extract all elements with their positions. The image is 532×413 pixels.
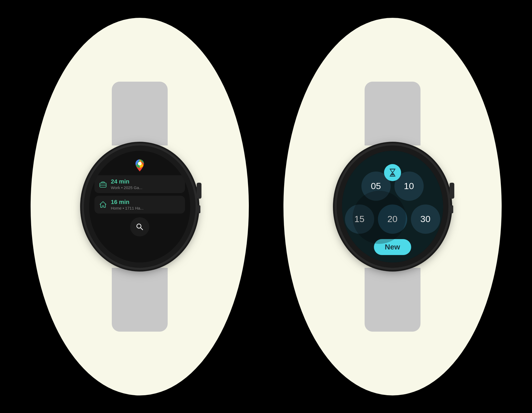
home-icon: [98, 200, 108, 209]
maps-logo-icon: [133, 158, 147, 173]
timer-screen: 05 10 15: [342, 151, 443, 262]
home-info: 16 min Home • 1711 Ha...: [111, 199, 144, 210]
left-watch-body: 24 min Work • 2025 Ga...: [84, 82, 196, 332]
right-watch-case: 05 10 15: [337, 145, 448, 268]
left-watch-case: 24 min Work • 2025 Ga...: [84, 145, 196, 268]
left-crown: [197, 183, 201, 199]
svg-point-1: [138, 162, 142, 165]
right-watch-wrapper: 05 10 15: [266, 0, 519, 413]
right-watch-body: 05 10 15: [337, 82, 448, 332]
timer-options-grid: 05 10 15: [345, 172, 440, 255]
home-destination: Home • 1711 Ha...: [111, 206, 144, 210]
left-watch-wrapper: 24 min Work • 2025 Ga...: [13, 0, 266, 413]
left-watch-screen: 24 min Work • 2025 Ga...: [89, 151, 190, 262]
timer-option-30[interactable]: 30: [411, 205, 440, 234]
work-info: 24 min Work • 2025 Ga...: [111, 178, 142, 190]
home-destination-item[interactable]: 16 min Home • 1711 Ha...: [94, 196, 185, 214]
home-time: 16 min: [111, 199, 144, 205]
left-band-bottom: [112, 268, 168, 332]
work-destination-item[interactable]: 24 min Work • 2025 Ga...: [94, 175, 185, 193]
maps-screen: 24 min Work • 2025 Ga...: [89, 151, 190, 262]
briefcase-icon: [98, 179, 108, 189]
right-crown: [449, 183, 454, 199]
timer-option-20[interactable]: 20: [378, 205, 407, 234]
left-band-top: [112, 82, 168, 145]
svg-line-5: [141, 228, 143, 230]
right-band-bottom: [365, 268, 420, 332]
hourglass-icon-button[interactable]: [384, 164, 401, 181]
timer-row-2: 15 20 30: [345, 205, 440, 234]
work-destination: Work • 2025 Ga...: [111, 185, 142, 190]
timer-option-15[interactable]: 15: [345, 205, 374, 234]
work-time: 24 min: [111, 178, 142, 185]
new-timer-button[interactable]: New: [374, 239, 411, 255]
right-crown-small: [449, 205, 453, 213]
right-band-top: [365, 82, 420, 145]
left-crown-small: [197, 205, 200, 213]
scene: 24 min Work • 2025 Ga...: [0, 0, 532, 413]
right-watch-screen: 05 10 15: [342, 151, 443, 262]
search-button[interactable]: [130, 217, 149, 236]
